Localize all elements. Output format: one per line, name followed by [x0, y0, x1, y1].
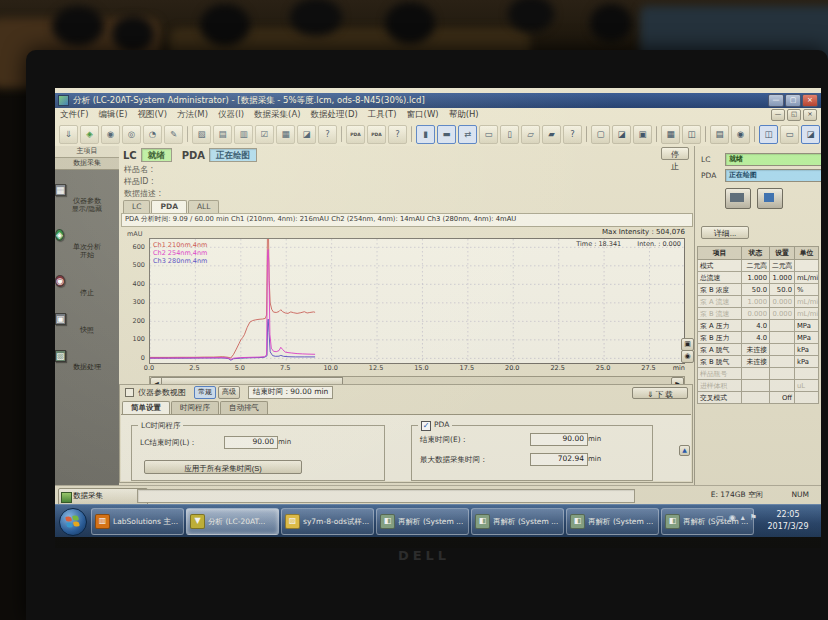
toolbar-icon[interactable]: ▢ [591, 125, 610, 144]
window-control-button[interactable]: — [768, 94, 784, 107]
max-acq-time-field[interactable]: 702.94 [530, 453, 588, 466]
toolbar-icon[interactable]: ◈ [80, 125, 99, 144]
toolbar-icon[interactable] [341, 126, 342, 142]
taskbar-button[interactable]: ▨ sy7m-8-ods试样... [281, 508, 374, 535]
tray-icon[interactable]: ◉ [729, 513, 736, 522]
detector-module-icon[interactable] [757, 188, 783, 209]
toolbar-icon[interactable]: ▥ [234, 125, 253, 144]
settings-tab[interactable]: 时间程序 [171, 401, 219, 414]
lc-row-label: LC [701, 155, 710, 164]
toolbar-icon[interactable]: ▭ [780, 125, 799, 144]
toolbar-icon[interactable]: ▬ [437, 125, 456, 144]
taskbar-button[interactable]: ◧ 再解析 (System ... [376, 508, 469, 535]
toolbar-icon[interactable]: ▣ [633, 125, 652, 144]
child-window-control-button[interactable]: — [771, 109, 785, 121]
toolbar-icon[interactable]: ◎ [122, 125, 141, 144]
status-tab-data-acquisition[interactable]: 数据采集 [58, 488, 148, 505]
menu-item[interactable]: 数据处理(D) [306, 109, 363, 121]
chromatogram-plot[interactable]: Ch1 210nm,4nmCh2 254nm,4nmCh3 280nm,4nm … [149, 238, 685, 364]
window-control-button[interactable]: × [802, 94, 818, 107]
toolbar-icon[interactable]: ▯ [500, 125, 519, 144]
toolbar-icon[interactable]: ▰ [542, 125, 561, 144]
toolbar-icon[interactable]: ◔ [143, 125, 162, 144]
toolbar-icon[interactable]: ◉ [731, 125, 750, 144]
toolbar-icon[interactable]: ✎ [164, 125, 183, 144]
toolbar-icon[interactable] [187, 126, 188, 142]
taskbar-button[interactable]: ▼ 分析 (LC-20AT... [186, 508, 279, 535]
sidebar-item[interactable]: ▦ 仪器参数 显示/隐藏 [55, 178, 119, 213]
toolbar-icon[interactable]: ◪ [297, 125, 316, 144]
toolbar-icon[interactable] [656, 126, 657, 142]
stop-button[interactable]: 停止 [661, 147, 689, 160]
toolbar-icon[interactable]: PDA [346, 125, 365, 144]
pda-end-time-field[interactable]: 90.00 [530, 433, 588, 446]
toolbar-icon[interactable]: ◫ [759, 125, 778, 144]
toolbar-icon[interactable] [754, 126, 755, 142]
toolbar-icon[interactable]: PDA [367, 125, 386, 144]
toolbar-icon[interactable]: ▱ [521, 125, 540, 144]
toolbar-icon[interactable]: ◪ [801, 125, 820, 144]
scroll-up-icon[interactable]: ▲ [679, 445, 690, 456]
lc-end-time-field[interactable]: 90.00 [224, 436, 278, 449]
pump-module-icon[interactable] [725, 188, 751, 209]
toolbar-icon[interactable]: ☑ [255, 125, 274, 144]
settings-tab[interactable]: 简单设置 [122, 401, 170, 414]
menu-item[interactable]: 工具(T) [363, 109, 402, 121]
menu-item[interactable]: 窗口(W) [402, 109, 444, 121]
menu-item[interactable]: 文件(F) [55, 109, 94, 121]
toolbar-icon[interactable]: ◪ [612, 125, 631, 144]
sidebar-tab-data-acquisition[interactable]: 数据采集 [55, 158, 119, 170]
toolbar-icon[interactable]: ▮ [416, 125, 435, 144]
detector-tab[interactable]: PDA [151, 200, 187, 213]
toolbar-icon[interactable]: ◉ [101, 125, 120, 144]
toolbar-icon[interactable]: ⇄ [458, 125, 477, 144]
taskbar-button[interactable]: ◧ 再解析 (System ... [471, 508, 564, 535]
reset-zoom-icon[interactable]: ◉ [681, 350, 694, 363]
menu-item[interactable]: 方法(M) [172, 109, 213, 121]
detector-tab[interactable]: ALL [188, 200, 220, 213]
detector-tab[interactable]: LC [123, 200, 150, 213]
toolbar-icon[interactable] [411, 126, 412, 142]
menu-item[interactable]: 视图(V) [133, 109, 172, 121]
apply-to-all-button[interactable]: 应用于所有采集时间(S) [144, 460, 302, 474]
toolbar-icon[interactable]: ? [318, 125, 337, 144]
taskbar-button[interactable]: ◧ 再解析 (System ... [566, 508, 659, 535]
taskbar-clock[interactable]: 22:05 2017/3/29 [761, 509, 815, 533]
menu-item[interactable]: 编辑(E) [94, 109, 133, 121]
menu-item[interactable]: 仪器(I) [213, 109, 249, 121]
toolbar-icon[interactable]: ▤ [213, 125, 232, 144]
download-button[interactable]: ⇓ 下 载 [632, 387, 688, 399]
toolbar-icon[interactable]: ⇓ [59, 125, 78, 144]
toolbar-icon[interactable] [586, 126, 587, 142]
bottle-cap-blur [508, 0, 554, 32]
child-window-control-button[interactable]: × [803, 109, 817, 121]
pda-checkbox[interactable]: ✓ [421, 421, 431, 431]
tray-icon[interactable]: ▴ [741, 513, 745, 522]
menu-item[interactable]: 帮助(H) [444, 109, 484, 121]
view-mode-button[interactable]: 高级 [218, 386, 240, 399]
menu-item[interactable]: 数据采集(A) [249, 109, 305, 121]
toolbar-icon[interactable]: ▦ [276, 125, 295, 144]
sidebar-item[interactable]: ◉ 停止 [55, 269, 119, 297]
taskbar-button[interactable]: ▥ LabSolutions 主... [91, 508, 184, 535]
toolbar-icon[interactable]: ▭ [479, 125, 498, 144]
toolbar-icon[interactable]: ? [563, 125, 582, 144]
view-mode-button[interactable]: 常规 [194, 386, 216, 399]
toolbar-icon[interactable] [705, 126, 706, 142]
toolbar-icon[interactable]: ◫ [682, 125, 701, 144]
settings-tab[interactable]: 自动排气 [220, 401, 268, 414]
toolbar-icon[interactable]: ▧ [192, 125, 211, 144]
tray-icon[interactable]: ▭ [716, 513, 724, 522]
toolbar-icon[interactable]: ? [388, 125, 407, 144]
sidebar-item[interactable]: ◈ 单次分析 开始 [55, 223, 119, 259]
child-window-control-button[interactable]: ◱ [787, 109, 801, 121]
toolbar-icon[interactable]: ▤ [710, 125, 729, 144]
collapse-icon[interactable] [125, 388, 134, 397]
sidebar-item[interactable]: ▨ 数据处理 [55, 344, 119, 371]
window-control-button[interactable]: ▢ [785, 94, 801, 107]
start-button[interactable] [59, 508, 87, 536]
detail-button[interactable]: 详细... [701, 226, 749, 239]
tray-icon[interactable]: ⚑ [750, 513, 757, 522]
toolbar-icon[interactable]: ▦ [661, 125, 680, 144]
sidebar-item[interactable]: ▣ 快照 [55, 307, 119, 334]
